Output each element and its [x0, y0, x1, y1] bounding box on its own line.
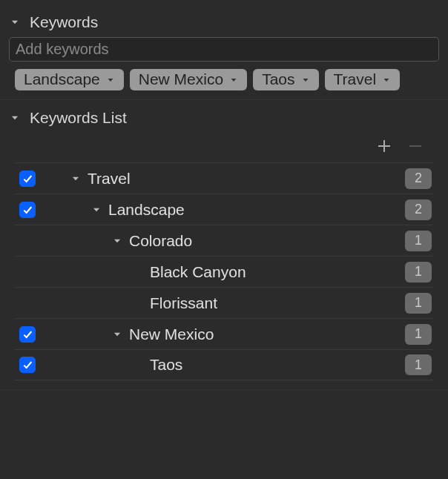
chevron-down-icon[interactable]: [108, 236, 126, 246]
plus-icon[interactable]: [375, 137, 393, 155]
keyword-tag-label: Taos: [262, 70, 294, 88]
keywords-tree: Travel2Landscape2Colorado1Black Canyon1F…: [7, 162, 441, 380]
chevron-down-icon: [229, 70, 238, 88]
minus-icon[interactable]: [406, 137, 424, 155]
chevron-down-icon: [9, 112, 21, 124]
keyword-checkbox[interactable]: [19, 171, 36, 187]
chevron-down-icon[interactable]: [108, 329, 126, 340]
keywords-list-header[interactable]: Keywords List: [7, 103, 441, 133]
count-badge: 1: [405, 231, 432, 251]
tree-row-label: Colorado: [126, 232, 405, 250]
count-badge: 1: [405, 324, 432, 345]
keyword-tag-label: New Mexico: [139, 70, 223, 88]
tree-row-label: Travel: [85, 170, 405, 188]
tree-row-label: Florissant: [147, 294, 405, 312]
keyword-tag[interactable]: Taos: [253, 69, 318, 90]
tree-row[interactable]: Colorado1: [15, 225, 433, 256]
keywords-section: Keywords LandscapeNew MexicoTaosTravel: [0, 4, 448, 100]
tree-row[interactable]: Travel2: [15, 162, 433, 194]
count-badge: 2: [405, 168, 432, 189]
keywords-list-section: Keywords List Travel2Landscape2Colorado1…: [0, 100, 448, 390]
keyword-tag[interactable]: Landscape: [15, 69, 124, 90]
chevron-down-icon: [9, 16, 21, 28]
keyword-tags: LandscapeNew MexicoTaosTravel: [7, 69, 441, 90]
keywords-title: Keywords: [30, 13, 98, 31]
chevron-down-icon: [106, 70, 115, 88]
tree-row-label: New Mexico: [126, 326, 405, 343]
tree-row[interactable]: Taos1: [15, 349, 433, 380]
add-keywords-input[interactable]: [9, 37, 439, 62]
tree-row[interactable]: New Mexico1: [15, 318, 433, 349]
tree-row[interactable]: Florissant1: [15, 287, 433, 318]
chevron-down-icon: [301, 70, 310, 88]
tree-row-label: Taos: [147, 356, 405, 374]
chevron-down-icon[interactable]: [88, 205, 105, 215]
keywords-header[interactable]: Keywords: [7, 7, 441, 37]
keyword-tag[interactable]: New Mexico: [130, 69, 247, 90]
keywords-list-toolbar: [7, 133, 441, 162]
count-badge: 1: [405, 293, 432, 314]
keyword-checkbox[interactable]: [19, 326, 36, 343]
keyword-checkbox[interactable]: [19, 357, 36, 373]
keywords-list-title: Keywords List: [30, 109, 127, 127]
chevron-down-icon: [382, 70, 391, 88]
keyword-checkbox[interactable]: [19, 202, 36, 218]
chevron-down-icon[interactable]: [67, 174, 85, 184]
tree-row[interactable]: Landscape2: [15, 194, 433, 225]
count-badge: 1: [405, 262, 432, 283]
tree-row-label: Landscape: [105, 201, 405, 219]
keyword-tag-label: Travel: [334, 70, 377, 88]
tree-row-label: Black Canyon: [147, 263, 405, 281]
keyword-tag-label: Landscape: [24, 70, 100, 88]
keyword-tag[interactable]: Travel: [325, 69, 401, 90]
count-badge: 1: [405, 354, 432, 375]
count-badge: 2: [405, 199, 432, 220]
tree-row[interactable]: Black Canyon1: [15, 256, 433, 287]
